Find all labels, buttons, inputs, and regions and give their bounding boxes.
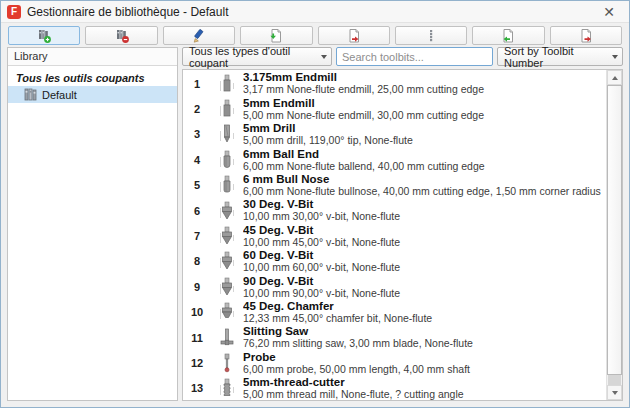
document-red-arrow-out-icon [578, 28, 594, 44]
edit-button[interactable] [163, 26, 235, 45]
toolbit-description: 5,00 mm drill, 119,00° tip, None-flute [243, 134, 413, 146]
threadmill-icon [211, 378, 243, 398]
toolbit-name: 6mm Ball End [243, 148, 319, 160]
toolbit-number: 3 [183, 128, 211, 140]
toolbit-name: Probe [243, 351, 276, 363]
toolbit-row[interactable]: 745 Deg. V-Bit10,00 mm 45,00° v-bit, Non… [183, 223, 606, 248]
toolbit-number: 2 [183, 103, 211, 115]
toolbit-row[interactable]: 56 mm Bull Nose6,00 mm None-flute bullno… [183, 173, 606, 198]
toolbit-number: 4 [183, 154, 211, 166]
library-minus-icon [114, 28, 130, 44]
toolbit-number: 6 [183, 205, 211, 217]
library-manager-window: F Gestionnaire de bibliothèque - Default… [0, 0, 630, 408]
toolbit-description: 10,00 mm 90,00° v-bit, None-flute [243, 287, 400, 299]
document-add-button[interactable] [240, 26, 312, 45]
toolbit-row[interactable]: 12Probe6,00 mm probe, 50,00 mm length, 4… [183, 350, 606, 375]
toolbit-name: 3.175mm Endmill [243, 71, 337, 83]
toolbit-description: 3,17 mm None-flute endmill, 25,00 mm cut… [243, 83, 484, 95]
toolbit-row[interactable]: 1045 Deg. Chamfer12,33 mm 45,00° chamfer… [183, 300, 606, 325]
vertical-dots-button[interactable] [395, 26, 467, 45]
toolbit-description: 6,00 mm None-flute bullnose, 40,00 mm cu… [243, 185, 601, 197]
toolbit-description: 6,00 mm probe, 50,00 mm length, 4,00 mm … [243, 363, 470, 375]
triangle-down-icon [612, 391, 618, 395]
toolbar [8, 26, 622, 45]
document-green-arrow-down-icon [268, 28, 284, 44]
chamfer-icon [211, 302, 243, 322]
toolbit-row[interactable]: 860 Deg. V-Bit10,00 mm 60,00° v-bit, Non… [183, 249, 606, 274]
tree-item-default[interactable]: Default [8, 86, 177, 103]
toolbit-name: 45 Deg. Chamfer [243, 300, 334, 312]
toolbit-row[interactable]: 25mm Endmill5,00 mm None-flute endmill, … [183, 96, 606, 121]
slittingsaw-icon [211, 328, 243, 348]
toolbit-list: 13.175mm Endmill3,17 mm None-flute endmi… [182, 69, 623, 401]
toolbit-number: 12 [183, 357, 211, 369]
library-add-button[interactable] [8, 26, 80, 45]
vbit-icon [211, 277, 243, 297]
vbit-icon [211, 201, 243, 221]
toolbit-name: 90 Deg. V-Bit [243, 275, 313, 287]
scrollbar-thumb[interactable] [607, 85, 622, 375]
tool-type-filter-dropdown[interactable]: Tous les types d'outil coupant [182, 47, 332, 66]
toolbit-name: 5mm Endmill [243, 97, 315, 109]
endmill-icon [211, 74, 243, 94]
tool-type-filter-value: Tous les types d'outil coupant [189, 45, 321, 69]
app-icon: F [7, 5, 21, 19]
vbit-icon [211, 226, 243, 246]
toolbit-description: 10,00 mm 30,00° v-bit, None-flute [243, 210, 400, 222]
toolbit-row[interactable]: 46mm Ball End6,00 mm None-flute ballend,… [183, 147, 606, 172]
window-title: Gestionnaire de bibliothèque - Default [27, 5, 595, 19]
document-remove-button[interactable] [318, 26, 390, 45]
toolbit-description: 5,00 mm thread mill, None-flute, ? cutti… [243, 388, 464, 400]
chevron-down-icon [321, 55, 327, 59]
library-plus-icon [36, 28, 52, 44]
tree-item-label: Default [42, 89, 77, 101]
toolbit-description: 10,00 mm 60,00° v-bit, None-flute [243, 261, 400, 273]
toolbit-number: 7 [183, 230, 211, 242]
probe-icon [211, 353, 243, 373]
toolbit-row[interactable]: 13.175mm Endmill3,17 mm None-flute endmi… [183, 71, 606, 96]
scrollbar-up-button[interactable] [607, 70, 622, 85]
library-panel-header: Library [8, 48, 177, 66]
filter-bar: Tous les types d'outil coupant Sort by T… [182, 47, 623, 66]
search-input[interactable] [336, 47, 493, 66]
sort-dropdown[interactable]: Sort by Toolbit Number [497, 47, 623, 66]
toolbit-name: Slitting Saw [243, 325, 308, 337]
toolbit-number: 10 [183, 306, 211, 318]
toolbit-description: 10,00 mm 45,00° v-bit, None-flute [243, 236, 400, 248]
toolbit-name: 30 Deg. V-Bit [243, 198, 313, 210]
toolbit-row[interactable]: 990 Deg. V-Bit10,00 mm 90,00° v-bit, Non… [183, 274, 606, 299]
toolbit-row[interactable]: 135mm-thread-cutter5,00 mm thread mill, … [183, 376, 606, 401]
sort-dropdown-value: Sort by Toolbit Number [504, 45, 612, 69]
ballend-icon [211, 150, 243, 170]
export-button[interactable] [550, 26, 622, 45]
toolbit-row[interactable]: 630 Deg. V-Bit10,00 mm 30,00° v-bit, Non… [183, 198, 606, 223]
document-red-arrow-right-icon [346, 28, 362, 44]
drill-icon [211, 124, 243, 144]
scrollbar-down-button[interactable] [607, 385, 622, 400]
toolbit-name: 6 mm Bull Nose [243, 173, 329, 185]
triangle-up-icon [612, 76, 618, 80]
chevron-down-icon [612, 55, 618, 59]
titlebar: F Gestionnaire de bibliothèque - Default… [1, 1, 629, 23]
endmill-icon [211, 99, 243, 119]
scrollbar[interactable] [606, 70, 622, 400]
library-remove-button[interactable] [85, 26, 157, 45]
toolbit-number: 13 [183, 382, 211, 394]
bullnose-icon [211, 175, 243, 195]
toolbit-description: 76,20 mm slitting saw, 3,00 mm blade, No… [243, 337, 473, 349]
toolbit-number: 11 [183, 332, 211, 344]
toolbit-row[interactable]: 35mm Drill5,00 mm drill, 119,00° tip, No… [183, 122, 606, 147]
library-books-icon [24, 88, 38, 101]
tree-group-all-tools[interactable]: Tous les outils coupants [8, 70, 177, 86]
library-panel: Library Tous les outils coupants Default [7, 47, 178, 401]
vertical-dots-icon [423, 28, 439, 44]
import-button[interactable] [472, 26, 544, 45]
toolbit-number: 5 [183, 179, 211, 191]
toolbit-description: 12,33 mm 45,00° chamfer bit, None-flute [243, 312, 432, 324]
toolbit-number: 9 [183, 281, 211, 293]
toolbit-row[interactable]: 11Slitting Saw76,20 mm slitting saw, 3,0… [183, 325, 606, 350]
close-button[interactable]: ✕ [595, 2, 623, 22]
toolbit-number: 1 [183, 78, 211, 90]
toolbit-rows: 13.175mm Endmill3,17 mm None-flute endmi… [183, 71, 606, 401]
toolbit-description: 6,00 mm None-flute ballend, 40,00 mm cut… [243, 160, 485, 172]
